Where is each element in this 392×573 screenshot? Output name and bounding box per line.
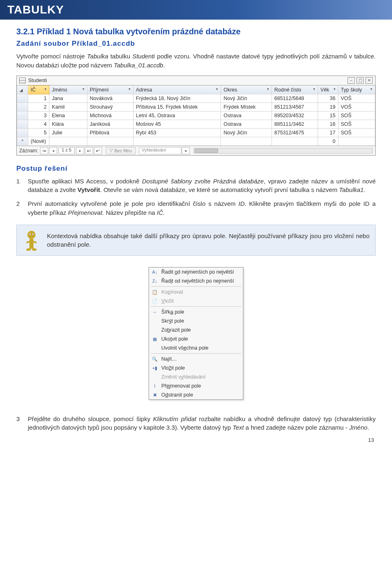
cell-rodnecislo[interactable]: 685112/5648 — [272, 94, 318, 103]
menu-item-label: Skrýt pole — [161, 317, 184, 325]
cell-rodnecislo[interactable]: 875312/4675 — [272, 128, 318, 137]
menu-item[interactable]: Zobrazit pole — [149, 326, 243, 334]
row-selector[interactable] — [17, 120, 28, 128]
column-header-ic[interactable]: IČ▾ — [28, 85, 49, 94]
nav-new-button[interactable]: ▸* — [94, 147, 102, 154]
cell-typskoly[interactable]: SOŠ — [338, 111, 375, 120]
nav-prev-button[interactable]: ◂ — [49, 147, 57, 154]
window-minimize-icon[interactable]: – — [347, 77, 355, 84]
cell-adresa[interactable]: Letní 45, Ostrava — [133, 111, 221, 120]
menu-item[interactable]: Uvolnit všechna pole — [149, 343, 243, 352]
cell-ic[interactable]: 4 — [28, 120, 49, 128]
cell-new-label[interactable]: (Nové) — [28, 137, 49, 145]
row-selector[interactable] — [17, 111, 28, 120]
cell-rodnecislo[interactable]: 851213/4567 — [272, 103, 318, 111]
menu-item-icon: 📄 — [151, 298, 159, 304]
column-header-adresa[interactable]: Adresa▾ — [133, 85, 221, 94]
window-maximize-icon[interactable]: ▢ — [356, 77, 364, 84]
cell-jmeno[interactable]: Jana — [49, 94, 87, 103]
cell-adresa[interactable]: Frýdecká 18, Nový Jičín — [133, 94, 221, 103]
cell-jmeno[interactable]: Kamil — [49, 103, 87, 111]
column-header-vek[interactable]: Věk▾ — [318, 85, 338, 94]
row-selector[interactable] — [17, 94, 28, 103]
filter-button[interactable]: ▽Bez filtru — [106, 147, 136, 154]
menu-item[interactable]: Z↓Řadit od největších po nejmenší — [149, 276, 243, 285]
table-row[interactable]: 4KláraJaníkováMošnov 45Ostrava885111/346… — [17, 120, 375, 128]
cell-vek[interactable]: 16 — [318, 120, 338, 128]
cell-prijmeni[interactable]: Nováková — [87, 94, 133, 103]
step-number: 1 — [16, 177, 28, 195]
cell-okres[interactable]: Frýdek Místek — [221, 103, 272, 111]
nav-first-button[interactable]: I◂ — [40, 147, 48, 154]
menu-item[interactable]: ✖Odstranit pole — [149, 390, 243, 399]
nav-last-button[interactable]: ▸I — [85, 147, 93, 154]
cell-vek[interactable]: 0 — [318, 137, 338, 145]
menu-item-label: Vložit — [161, 297, 174, 305]
svg-point-6 — [26, 248, 31, 251]
cell-adresa[interactable]: Mošnov 45 — [133, 120, 221, 128]
cell-adresa[interactable]: Rybí 453 — [133, 128, 221, 137]
table-row[interactable]: 2KamilStrouhavýPříbilova 15, Frýdek Míst… — [17, 103, 375, 111]
cell-typskoly[interactable]: SOŠ — [338, 128, 375, 137]
cell-jmeno[interactable]: Elena — [49, 111, 87, 120]
menu-item[interactable]: Skrýt pole — [149, 317, 243, 326]
menu-item[interactable]: IPřejmenovat pole — [149, 381, 243, 390]
menu-item[interactable]: +▮Vložit pole — [149, 363, 243, 372]
column-header-okres[interactable]: Okres▾ — [221, 85, 272, 94]
cell-ic[interactable]: 3 — [28, 111, 49, 120]
cell-vek[interactable]: 19 — [318, 103, 338, 111]
text: tabulku — [108, 53, 132, 60]
column-header-typskoly[interactable]: Typ školy▾ — [338, 85, 375, 94]
cell-ic[interactable]: 2 — [28, 103, 49, 111]
menu-item-label: Zobrazit pole — [161, 326, 191, 334]
scroll-left-button[interactable]: ◂ — [182, 147, 190, 154]
cell-prijmeni[interactable]: Přibilová — [87, 128, 133, 137]
cell-typskoly[interactable]: VOŠ — [338, 103, 375, 111]
cell-jmeno[interactable]: Julie — [49, 128, 87, 137]
menu-item[interactable]: ↔Šířka pole — [149, 308, 243, 317]
cell-vek[interactable]: 36 — [318, 94, 338, 103]
row-select-all[interactable]: ◢ — [17, 85, 28, 94]
cell-prijmeni[interactable]: Strouhavý — [87, 103, 133, 111]
page-banner: TABULKY — [0, 0, 392, 20]
table-row[interactable]: 3ElenaMichnováLetní 45, OstravaOstrava89… — [17, 111, 375, 120]
table-row[interactable]: 5JuliePřibilováRybí 453Nový Jičín875312/… — [17, 128, 375, 137]
text-italic: Studenti — [132, 53, 155, 60]
cell-typskoly[interactable]: SOŠ — [338, 120, 375, 128]
cell-jmeno[interactable]: Klára — [49, 120, 87, 128]
cell-okres[interactable]: Nový Jičín — [221, 128, 272, 137]
table-row-new[interactable]: *(Nové)0 — [17, 137, 375, 145]
cell-rodnecislo[interactable]: 885111/3462 — [272, 120, 318, 128]
column-header-rodnecislo[interactable]: Rodné číslo▾ — [272, 85, 318, 94]
cell-prijmeni[interactable]: Michnová — [87, 111, 133, 120]
menu-item-label: Najít… — [161, 355, 177, 363]
cell-typskoly[interactable]: VOŠ — [338, 94, 375, 103]
table-row[interactable]: 1JanaNovákováFrýdecká 18, Nový JičínNový… — [17, 94, 375, 103]
menu-separator — [151, 306, 241, 307]
row-selector[interactable] — [17, 128, 28, 137]
cell-adresa[interactable]: Příbilova 15, Frýdek Místek — [133, 103, 221, 111]
cell-vek[interactable]: 15 — [318, 111, 338, 120]
search-input[interactable]: Vyhledávání — [139, 147, 181, 154]
cell-vek[interactable]: 17 — [318, 128, 338, 137]
menu-item[interactable]: ▦Ukotvit pole — [149, 334, 243, 343]
new-row-icon[interactable]: * — [17, 137, 28, 145]
column-header-prijmeni[interactable]: Příjmení▾ — [87, 85, 133, 94]
nav-next-button[interactable]: ▸ — [76, 147, 84, 154]
cell-rodnecislo[interactable]: 895203/4532 — [272, 111, 318, 120]
menu-item[interactable]: 🔍Najít… — [149, 355, 243, 363]
procedure-heading: Postup řešení — [16, 165, 376, 173]
cell-prijmeni[interactable]: Janíková — [87, 120, 133, 128]
cell-okres[interactable]: Nový Jičín — [221, 94, 272, 103]
horizontal-scrollbar[interactable] — [194, 148, 373, 154]
note-icon — [22, 229, 40, 251]
row-selector[interactable] — [17, 103, 28, 111]
cell-ic[interactable]: 1 — [28, 94, 49, 103]
window-close-icon[interactable]: ✕ — [365, 77, 373, 84]
cell-ic[interactable]: 5 — [28, 128, 49, 137]
menu-item[interactable]: A↓Řadit od nejmenších po největší — [149, 268, 243, 276]
column-header-jmeno[interactable]: Jméno▾ — [49, 85, 87, 94]
cell-okres[interactable]: Ostrava — [221, 111, 272, 120]
cell-okres[interactable]: Ostrava — [221, 120, 272, 128]
record-position[interactable]: 1 z 5 — [58, 147, 75, 154]
